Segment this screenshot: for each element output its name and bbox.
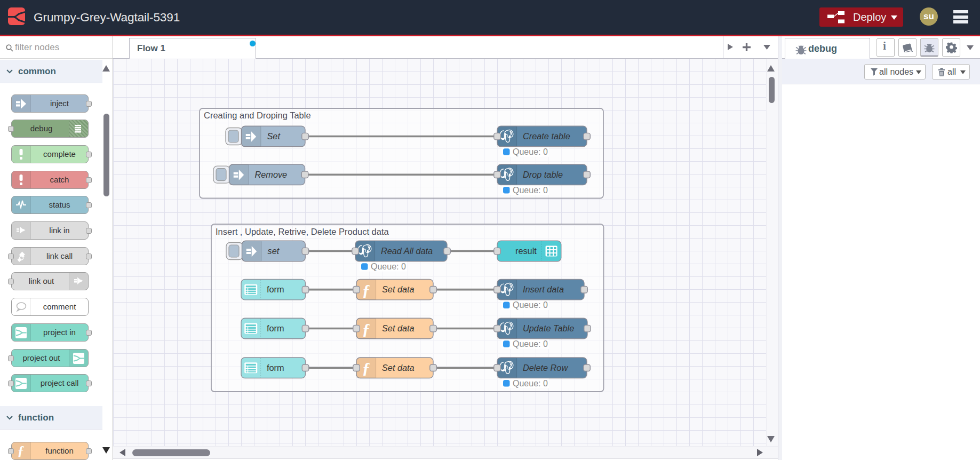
- svg-text:Create table: Create table: [523, 131, 570, 141]
- svg-text:form: form: [267, 284, 284, 294]
- svg-text:ƒ: ƒ: [18, 444, 25, 458]
- svg-text:i: i: [883, 41, 886, 52]
- svg-text:Set data: Set data: [382, 323, 415, 333]
- svg-text:Set: Set: [267, 131, 281, 141]
- svg-text:ƒ: ƒ: [362, 359, 370, 376]
- svg-text:form: form: [267, 363, 284, 372]
- svg-text:ƒ: ƒ: [362, 281, 370, 298]
- svg-text:Update Table: Update Table: [523, 323, 574, 333]
- svg-text:Creating and Droping Table: Creating and Droping Table: [204, 110, 311, 120]
- svg-text:Insert , Update, Retrive, Dele: Insert , Update, Retrive, Delete Product…: [216, 227, 389, 236]
- svg-text:Queue: 0: Queue: 0: [513, 339, 548, 348]
- svg-text:Set data: Set data: [382, 363, 415, 372]
- svg-text:Queue: 0: Queue: 0: [513, 186, 548, 195]
- svg-text:Queue: 0: Queue: 0: [513, 147, 548, 156]
- svg-text:Insert data: Insert data: [523, 284, 564, 294]
- svg-text:Set data: Set data: [382, 284, 415, 294]
- svg-text:Queue: 0: Queue: 0: [513, 300, 548, 310]
- svg-text:form: form: [267, 323, 284, 333]
- svg-text:set: set: [268, 246, 280, 256]
- svg-text:Delete Row: Delete Row: [523, 363, 568, 372]
- svg-text:Queue: 0: Queue: 0: [371, 262, 406, 271]
- svg-text:Drop table: Drop table: [523, 170, 563, 179]
- svg-text:ƒ: ƒ: [362, 320, 370, 337]
- svg-text:Read All data: Read All data: [381, 246, 433, 256]
- svg-text:result: result: [515, 246, 537, 256]
- svg-text:Queue: 0: Queue: 0: [513, 379, 548, 388]
- svg-text:Remove: Remove: [255, 170, 288, 179]
